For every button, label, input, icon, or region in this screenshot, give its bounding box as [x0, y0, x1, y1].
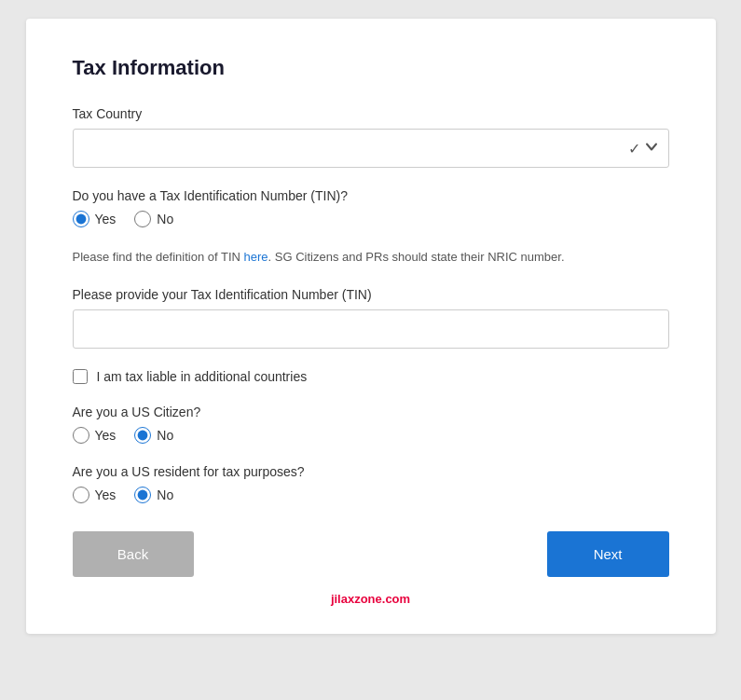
us-resident-label: Are you a US resident for tax purposes?: [73, 464, 669, 479]
tin-info-text-after: . SG Citizens and PRs should state their…: [268, 250, 565, 264]
us-resident-yes-option[interactable]: Yes: [73, 487, 117, 503]
additional-countries-checkbox[interactable]: [73, 369, 88, 384]
tax-country-select[interactable]: Singapore United States United Kingdom A…: [73, 129, 669, 168]
us-resident-radio-group: Yes No: [73, 487, 669, 503]
has-tin-yes-radio[interactable]: [73, 211, 89, 227]
has-tin-group: Do you have a Tax Identification Number …: [73, 188, 669, 227]
tax-country-group: Tax Country Singapore United States Unit…: [73, 106, 669, 168]
tax-country-select-wrapper: Singapore United States United Kingdom A…: [73, 129, 669, 168]
back-button[interactable]: Back: [73, 531, 194, 577]
has-tin-radio-group: Yes No: [73, 211, 669, 227]
us-citizen-yes-option[interactable]: Yes: [73, 427, 117, 444]
us-citizen-yes-radio[interactable]: [73, 427, 89, 444]
form-card: Tax Information Tax Country Singapore Un…: [26, 19, 716, 634]
has-tin-no-option[interactable]: No: [134, 211, 173, 227]
us-citizen-label: Are you a US Citizen?: [73, 405, 669, 419]
us-resident-group: Are you a US resident for tax purposes? …: [73, 464, 669, 503]
tin-info-text-before: Please find the definition of TIN: [73, 250, 244, 264]
us-resident-no-radio[interactable]: [134, 487, 151, 503]
us-citizen-no-radio[interactable]: [134, 427, 151, 444]
tin-info-text: Please find the definition of TIN here. …: [73, 248, 669, 267]
us-citizen-no-label: No: [157, 428, 173, 443]
us-resident-no-label: No: [157, 487, 173, 502]
us-resident-yes-radio[interactable]: [73, 487, 89, 503]
us-citizen-yes-label: Yes: [95, 428, 117, 443]
tin-here-link[interactable]: here: [244, 250, 268, 264]
us-citizen-group: Are you a US Citizen? Yes No: [73, 405, 669, 444]
has-tin-label: Do you have a Tax Identification Number …: [73, 188, 669, 203]
page-title: Tax Information: [73, 56, 669, 80]
has-tin-no-radio[interactable]: [134, 211, 151, 227]
tin-number-input[interactable]: [73, 309, 669, 349]
has-tin-no-label: No: [157, 212, 173, 226]
tin-number-group: Please provide your Tax Identification N…: [73, 287, 669, 349]
additional-countries-label[interactable]: I am tax liable in additional countries: [97, 369, 308, 384]
has-tin-yes-label: Yes: [95, 212, 117, 226]
watermark: jilaxzone.com: [73, 592, 669, 606]
tax-country-label: Tax Country: [73, 106, 669, 121]
us-resident-yes-label: Yes: [95, 487, 117, 502]
us-citizen-radio-group: Yes No: [73, 427, 669, 444]
us-resident-no-option[interactable]: No: [134, 487, 173, 503]
additional-countries-group: I am tax liable in additional countries: [73, 369, 669, 384]
us-citizen-no-option[interactable]: No: [134, 427, 173, 444]
footer-buttons: Back Next: [73, 531, 669, 577]
has-tin-yes-option[interactable]: Yes: [73, 211, 117, 227]
tin-number-label: Please provide your Tax Identification N…: [73, 287, 669, 302]
next-button[interactable]: Next: [547, 531, 669, 577]
